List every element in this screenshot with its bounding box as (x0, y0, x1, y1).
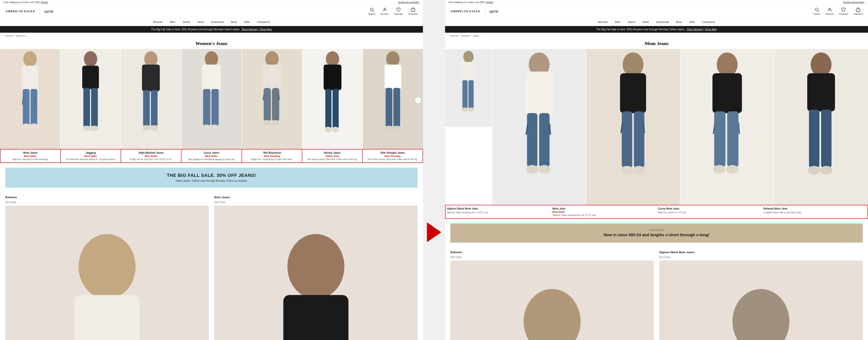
breadcrumb-jeans-right[interactable]: Jeans (473, 34, 479, 37)
account-icon-left (382, 7, 387, 12)
nav-women-right[interactable]: Women (598, 20, 608, 24)
nav-jeans-right[interactable]: Jeans (627, 20, 635, 24)
nav-jeans-left[interactable]: Jeans (183, 20, 190, 24)
breadcrumb-women-left[interactable]: Women (5, 34, 14, 37)
nav-clearance-right[interactable]: Clearance (702, 20, 715, 24)
product-image-slim-straight[interactable] (363, 49, 423, 149)
details-link-left[interactable]: Details (41, 1, 48, 3)
info-highest-waist[interactable]: Highest Waist Mom Jean Tapered, ankle-sk… (445, 205, 551, 218)
product-image-highest-waist[interactable] (492, 49, 586, 205)
shop-men-link-left[interactable]: Shop Men (260, 28, 272, 31)
info-skinny[interactable]: Skinny Jeans Online Only The classic ski… (302, 149, 363, 163)
product-image-mom-jean-right[interactable] (586, 49, 680, 205)
svg-point-30 (266, 51, 279, 67)
product-image-partial-left[interactable] (445, 49, 492, 205)
breadcrumb-women-right[interactable]: Women (451, 34, 459, 37)
svg-point-29 (211, 125, 219, 130)
svg-rect-63 (462, 62, 475, 81)
nav-gifts-right[interactable]: Gifts (689, 20, 695, 24)
carousel-images-right (445, 49, 868, 205)
shipping-text-right: Free shipping on orders over $50! Detail… (448, 1, 493, 3)
svg-rect-55 (283, 295, 348, 340)
product-image-relaxed-mom-jean[interactable] (774, 49, 868, 205)
favorites-icon-item-right[interactable]: Favorites (839, 7, 848, 15)
product-image-bg-2 (61, 49, 121, 149)
svg-rect-94 (809, 110, 819, 168)
svg-rect-65 (468, 80, 474, 108)
account-label-left: Account (380, 13, 389, 15)
svg-point-24 (205, 51, 218, 67)
product-image-high-waisted[interactable] (121, 49, 181, 149)
bottom-col2-subtitle-left: Our Fave (214, 201, 417, 204)
info-slim-straight[interactable]: Slim Straight Jeans Now Trending The cla… (363, 149, 423, 163)
favorites-icon-item-left[interactable]: Favorites (394, 7, 403, 15)
nav-bras-left[interactable]: Bras (231, 20, 237, 24)
carousel-next-left[interactable]: › (415, 97, 421, 103)
nav-gifts-left[interactable]: Gifts (244, 20, 250, 24)
svg-rect-39 (323, 65, 341, 90)
product-image-skinny[interactable] (303, 49, 363, 149)
nav-aerie-right[interactable]: Aerie (642, 20, 649, 24)
info-curvy[interactable]: Curvy Jeans Best Seller Say goodbye to w… (181, 149, 242, 163)
svg-point-90 (713, 165, 725, 174)
header-icons-right: Search Account Favorites Checkout (813, 7, 863, 15)
product-image-curvy[interactable] (181, 49, 242, 149)
nav-men-left[interactable]: Men (170, 20, 175, 24)
bottom-image-silhouette-3 (451, 261, 654, 340)
info-mom-jeans[interactable]: Mom Jeans Best Seller High-rise, tapered… (0, 149, 61, 163)
product-desc-mom-jean-right: Tapered, ankle-skimming fit in an 11.75"… (553, 214, 655, 216)
svg-point-49 (393, 126, 401, 131)
product-image-bg-rmj (774, 49, 868, 205)
breadcrumb-left: Women › Bottoms › (0, 33, 423, 39)
search-icon-item-left[interactable]: Search (368, 7, 375, 15)
logo-divider-left (40, 8, 40, 14)
svg-rect-40 (325, 89, 332, 128)
bottom-col1-image-right (451, 261, 654, 340)
product-info-row-left: Mom Jeans Best Seller High-rise, tapered… (0, 149, 423, 163)
checkout-icon-item-right[interactable]: Checkout (854, 7, 863, 15)
info-jegging[interactable]: Jegging Best Seller Our slimmest and bes… (61, 149, 121, 163)
sale-subtitle-left: Select styles. Online only through Monda… (10, 179, 412, 182)
search-icon-item-right[interactable]: Search (813, 7, 820, 15)
product-image-bg-1 (0, 49, 60, 149)
product-image-curvy-mom-jean[interactable] (680, 49, 774, 205)
nav-swimsuits-right[interactable]: Swimsuits (656, 20, 669, 24)
shop-women-link-right[interactable]: Shop Women (687, 28, 703, 31)
page-title-right: Mom Jeans (445, 39, 868, 49)
info-relaxed-mom-jean[interactable]: Relaxed Mom Jean A slightly looser take … (762, 205, 868, 218)
info-curvy-mom-jean[interactable]: Curvy Mom Jean Made for curves in a 13" … (657, 205, 763, 218)
info-high-waisted[interactable]: High-Waisted Jeans Best Seller A high ri… (121, 149, 181, 163)
product-desc-highest-waist: Tapered, ankle-skimming fit in a 12.5" r… (447, 211, 550, 214)
bottom-col2-image-left (214, 206, 417, 340)
accessibility-link-right[interactable]: Enable Accessibility (843, 1, 865, 3)
details-link-right[interactable]: Details (486, 1, 493, 3)
svg-rect-69 (525, 71, 553, 115)
checkout-icon-item-left[interactable]: Checkout (408, 7, 417, 15)
breadcrumb-bottoms-left[interactable]: Bottoms (16, 34, 25, 37)
product-name-relaxed-mom-jean: Relaxed Mom Jean (764, 207, 866, 210)
account-icon-item-left[interactable]: Account (380, 7, 389, 15)
product-image-90s-boyfriend[interactable] (242, 49, 302, 149)
nav-swimsuits-left[interactable]: Swimsuits (211, 20, 224, 24)
breadcrumb-bottoms-right[interactable]: Bottoms (461, 34, 470, 37)
nav-bras-right[interactable]: Bras (676, 20, 682, 24)
svg-point-16 (83, 126, 90, 131)
product-badge-skinny: Online Only (303, 155, 361, 158)
nav-clearance-left[interactable]: Clearance (257, 20, 270, 24)
bottom-col1-title-right: Bottoms (451, 250, 654, 254)
product-name-curvy-mom-jean: Curvy Mom Jean (658, 207, 761, 210)
accessibility-link-left[interactable]: Enable Accessibility (398, 1, 420, 3)
sale-title-left: THE BIG FALL SALE. 30% OFF JEANS! (10, 173, 412, 178)
nav-aerie-left[interactable]: Aerie (197, 20, 204, 24)
product-image-mom-jeans[interactable] (0, 49, 60, 149)
account-icon-item-right[interactable]: Account (826, 7, 834, 15)
info-mom-jean-right[interactable]: Mom Jean Best Seller Tapered, ankle-skim… (551, 205, 657, 218)
shop-women-link-left[interactable]: Shop Women (242, 28, 258, 31)
nav-women-left[interactable]: Women (153, 20, 163, 24)
shop-men-link-right[interactable]: Shop Men (705, 28, 717, 31)
nav-left: Women Men Jeans Aerie Swimsuits Bras Gif… (0, 18, 423, 26)
nav-men-right[interactable]: Men (615, 20, 620, 24)
svg-point-50 (79, 234, 136, 299)
product-image-jegging[interactable] (61, 49, 121, 149)
info-90s-boyfriend[interactable]: '90s Boyfriend Now Trending A high rise,… (242, 149, 302, 163)
